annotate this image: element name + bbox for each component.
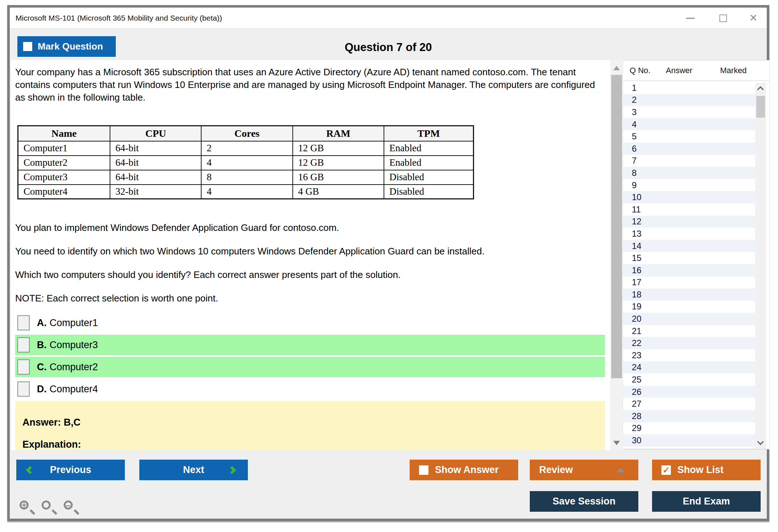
option-text: Computer1 xyxy=(50,317,98,329)
question-list-row[interactable]: 16 xyxy=(623,264,755,276)
question-list-row[interactable]: 17 xyxy=(623,276,755,289)
question-list-row[interactable]: 24 xyxy=(623,362,755,374)
option-letter: B. xyxy=(37,339,47,351)
question-list-row[interactable]: 12 xyxy=(623,216,755,228)
window-title: Microsoft MS-101 (Microsoft 365 Mobility… xyxy=(16,14,222,22)
question-list-row[interactable]: 8 xyxy=(623,167,755,179)
question-list-row[interactable]: 14 xyxy=(623,240,755,252)
scroll-down-chevron-icon[interactable] xyxy=(757,438,764,445)
question-intro-text: Your company has a Microsoft 365 subscri… xyxy=(15,66,598,104)
option-row-a[interactable]: A. Computer1 xyxy=(15,313,605,333)
minimize-button[interactable] xyxy=(684,11,697,25)
table-cell: Computer2 xyxy=(18,156,110,170)
question-number: 10 xyxy=(623,192,642,202)
next-button[interactable]: Next xyxy=(139,460,248,480)
question-number: 23 xyxy=(623,350,642,360)
magnifier-icon[interactable] xyxy=(41,500,58,518)
question-list-row[interactable]: 2 xyxy=(623,94,755,106)
question-list-row[interactable]: 11 xyxy=(623,203,755,216)
question-list-row[interactable]: 26 xyxy=(623,386,755,398)
table-cell: 12 GB xyxy=(293,141,384,156)
scrollbar-thumb[interactable] xyxy=(756,96,765,118)
question-number: 16 xyxy=(623,265,642,275)
title-bar: Microsoft MS-101 (Microsoft 365 Mobility… xyxy=(10,8,767,29)
review-button[interactable]: Review xyxy=(530,460,638,480)
column-header-qno: Q No. xyxy=(630,66,650,75)
table-cell: 64-bit xyxy=(110,170,201,185)
end-exam-button[interactable]: End Exam xyxy=(652,491,761,512)
question-list-row[interactable]: 30 xyxy=(623,434,755,447)
save-session-button[interactable]: Save Session xyxy=(530,491,638,512)
scroll-down-arrow-icon[interactable] xyxy=(613,441,620,445)
question-list-row[interactable]: 18 xyxy=(623,288,755,301)
question-list-scrollbar[interactable] xyxy=(755,83,766,448)
option-text: Computer2 xyxy=(50,362,98,373)
question-list-row[interactable]: 29 xyxy=(623,422,755,435)
scroll-up-arrow-icon[interactable] xyxy=(613,66,620,70)
question-number: 24 xyxy=(623,362,642,372)
question-list-row[interactable]: 25 xyxy=(623,373,755,386)
question-number: 28 xyxy=(623,411,642,421)
question-panel: Your company has a Microsoft 365 subscri… xyxy=(11,60,610,450)
question-list-row[interactable]: 19 xyxy=(623,301,755,313)
option-letter: C. xyxy=(37,362,47,373)
close-icon: ✕ xyxy=(749,13,757,23)
table-row: Computer2 64-bit 4 12 GB Enabled xyxy=(18,156,474,170)
column-header: RAM xyxy=(293,126,384,141)
question-list-row[interactable]: 6 xyxy=(623,143,755,155)
option-checkbox-icon[interactable] xyxy=(17,359,30,375)
show-answer-button[interactable]: Show Answer xyxy=(410,460,518,480)
question-list-row[interactable]: 3 xyxy=(623,106,755,118)
question-number: 6 xyxy=(623,144,637,154)
zoom-in-magnifier-icon[interactable]: + xyxy=(19,500,35,518)
question-list-row[interactable]: 5 xyxy=(623,130,755,143)
table-cell: Enabled xyxy=(384,141,474,156)
question-list-row[interactable]: 13 xyxy=(623,228,755,240)
option-checkbox-icon[interactable] xyxy=(17,315,30,330)
option-letter: A. xyxy=(37,317,47,329)
question-list-row[interactable]: 27 xyxy=(623,398,755,410)
question-list-row[interactable]: 23 xyxy=(623,349,755,362)
option-row-b[interactable]: B. Computer3 xyxy=(15,335,605,355)
question-number: 17 xyxy=(623,277,642,287)
scrollbar-thumb[interactable] xyxy=(611,75,622,378)
question-list-row[interactable]: 10 xyxy=(623,191,755,203)
option-row-d[interactable]: D. Computer4 xyxy=(15,379,605,399)
question-number: 15 xyxy=(623,253,642,263)
minimize-icon xyxy=(686,18,695,19)
answer-options: A. Computer1 B. Computer3 C. Computer2 D… xyxy=(15,313,605,401)
question-number: 5 xyxy=(623,131,637,142)
checkbox-unchecked-icon xyxy=(419,465,428,475)
show-answer-label: Show Answer xyxy=(435,464,499,476)
main-scrollbar[interactable] xyxy=(611,60,622,450)
question-list-row[interactable]: 4 xyxy=(623,118,755,131)
question-list-row[interactable]: 20 xyxy=(623,313,755,325)
chevron-left-icon xyxy=(26,466,34,474)
show-list-button[interactable]: ✓ Show List xyxy=(652,460,761,480)
close-button[interactable]: ✕ xyxy=(747,11,760,25)
table-cell: 64-bit xyxy=(110,156,201,170)
question-list-row[interactable]: 21 xyxy=(623,325,755,337)
answer-text: Answer: B,C xyxy=(22,417,605,428)
option-checkbox-icon[interactable] xyxy=(17,337,30,352)
previous-button[interactable]: Previous xyxy=(16,460,125,480)
question-list-row[interactable]: 9 xyxy=(623,179,755,191)
question-number: 7 xyxy=(623,156,637,166)
question-list-row[interactable]: 28 xyxy=(623,410,755,422)
option-row-c[interactable]: C. Computer2 xyxy=(15,357,605,377)
question-paragraphs: You plan to implement Windows Defender A… xyxy=(15,221,601,316)
question-list-row[interactable]: 1 xyxy=(623,82,755,94)
maximize-button[interactable] xyxy=(716,11,730,25)
option-checkbox-icon[interactable] xyxy=(17,381,30,397)
question-list-row[interactable]: 7 xyxy=(623,155,755,167)
option-letter: D. xyxy=(37,384,47,395)
question-number: 29 xyxy=(623,423,642,433)
table-header-row: Name CPU Cores RAM TPM xyxy=(18,126,474,141)
question-list-row[interactable]: 22 xyxy=(623,337,755,349)
question-paragraph: You plan to implement Windows Defender A… xyxy=(15,221,601,234)
question-list-row[interactable]: 15 xyxy=(623,252,755,264)
table-row: Computer3 64-bit 8 16 GB Disabled xyxy=(18,170,474,185)
scroll-up-chevron-icon[interactable] xyxy=(757,86,764,93)
table-cell: Computer1 xyxy=(18,141,110,156)
zoom-out-magnifier-icon[interactable]: – xyxy=(63,500,80,518)
